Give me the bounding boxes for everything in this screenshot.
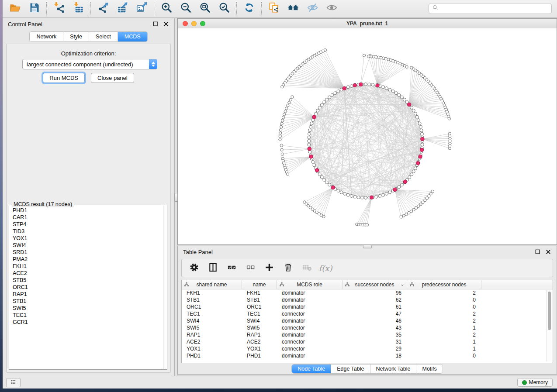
mcds-result-item[interactable]: GCR1 bbox=[10, 319, 163, 326]
export-table-button[interactable] bbox=[116, 3, 128, 15]
horizontal-splitter-handle[interactable] bbox=[363, 245, 372, 248]
column-header-predecessor-nodes[interactable]: predecessor nodes bbox=[407, 280, 481, 289]
sort-chevron-icon[interactable] bbox=[400, 282, 405, 287]
column-header-shared-name[interactable]: shared name bbox=[182, 280, 242, 289]
table-row[interactable]: TEC1TEC1connector472 bbox=[182, 310, 553, 317]
column-header-filler bbox=[481, 280, 553, 289]
mcds-result-item[interactable]: FKH1 bbox=[10, 263, 163, 270]
network-canvas[interactable] bbox=[178, 28, 557, 244]
show-panels-button[interactable] bbox=[6, 378, 21, 387]
mcds-result-item[interactable]: SWI5 bbox=[10, 305, 163, 312]
mcds-result-item[interactable]: RAP1 bbox=[10, 291, 163, 298]
table-row[interactable]: FKH1FKH1dominator962 bbox=[182, 289, 553, 296]
float-table-panel-icon[interactable] bbox=[535, 249, 541, 255]
search-input[interactable] bbox=[441, 5, 548, 12]
zoom-selected-button[interactable] bbox=[218, 3, 230, 15]
tab-node-table[interactable]: Node Table bbox=[292, 364, 331, 373]
zoom-out-button[interactable] bbox=[180, 3, 192, 15]
tab-motifs[interactable]: Motifs bbox=[416, 364, 442, 373]
cell-name: SWI4 bbox=[242, 317, 277, 324]
table-row[interactable]: ACE2ACE2connector311 bbox=[182, 338, 553, 345]
export-image-button[interactable] bbox=[135, 3, 148, 15]
close-window-icon[interactable] bbox=[183, 21, 188, 26]
select-all-columns-button[interactable] bbox=[226, 263, 237, 273]
zoom-in-button[interactable] bbox=[160, 3, 173, 15]
minimize-window-icon[interactable] bbox=[191, 21, 197, 26]
mcds-result-item[interactable]: ACE2 bbox=[10, 270, 163, 277]
close-table-panel-icon[interactable] bbox=[545, 249, 551, 255]
mcds-list-scrollbar[interactable] bbox=[163, 206, 166, 369]
list-icon bbox=[10, 379, 17, 387]
run-mcds-button[interactable]: Run MCDS bbox=[43, 73, 85, 83]
mcds-result-item[interactable]: PHD1 bbox=[10, 207, 163, 214]
memory-button[interactable]: Memory bbox=[517, 378, 553, 387]
hide-selected-button[interactable] bbox=[306, 3, 318, 15]
create-column-button[interactable] bbox=[264, 263, 274, 273]
network-window: YPA_prune.txt_1 bbox=[177, 18, 557, 245]
duplicate-network-button[interactable] bbox=[268, 3, 280, 15]
table-row[interactable]: RAP1RAP1dominator352 bbox=[182, 331, 553, 338]
tab-network[interactable]: Network bbox=[30, 32, 63, 41]
import-network-button[interactable] bbox=[53, 3, 65, 15]
import-table-button[interactable] bbox=[72, 3, 84, 15]
mcds-result-item[interactable]: STB5 bbox=[10, 277, 163, 284]
cell-predecessor-nodes: 0 bbox=[407, 352, 481, 359]
maximize-window-icon[interactable] bbox=[200, 21, 205, 26]
cell-shared-name: SWI4 bbox=[182, 317, 242, 324]
mcds-result-item[interactable]: TEC1 bbox=[10, 312, 163, 319]
float-panel-icon[interactable] bbox=[152, 21, 159, 27]
zoom-fit-button[interactable] bbox=[199, 3, 211, 15]
show-all-button[interactable] bbox=[325, 3, 338, 15]
apply-layout-button[interactable] bbox=[243, 3, 255, 15]
table-scrollbar[interactable] bbox=[547, 290, 552, 361]
cell-predecessor-nodes: 1 bbox=[407, 324, 481, 331]
search-box[interactable] bbox=[429, 3, 552, 14]
mcds-result-item[interactable]: ORC1 bbox=[10, 284, 163, 291]
eye-icon bbox=[326, 2, 338, 15]
table-row[interactable]: YOX1YOX1connector291 bbox=[182, 345, 553, 352]
criterion-select[interactable]: largest connected component (undirected) bbox=[22, 59, 157, 69]
mcds-result-title: MCDS result (17 nodes) bbox=[12, 201, 74, 207]
cell-predecessor-nodes: 2 bbox=[407, 289, 481, 296]
mcds-result-item[interactable]: CAR1 bbox=[10, 214, 163, 221]
column-header-MCDS-role[interactable]: MCDS role bbox=[277, 280, 343, 289]
close-panel-button[interactable]: Close panel bbox=[91, 73, 134, 83]
table-row[interactable]: PHD1PHD1dominator180 bbox=[182, 352, 553, 359]
column-header-successor-nodes[interactable]: successor nodes bbox=[343, 280, 407, 289]
mcds-result-item[interactable]: PMA2 bbox=[10, 256, 163, 263]
mcds-result-item[interactable]: SWI4 bbox=[10, 242, 163, 249]
column-settings-button[interactable] bbox=[189, 263, 199, 273]
column-type-icon bbox=[184, 282, 189, 287]
mcds-result-item[interactable]: STB1 bbox=[10, 298, 163, 305]
table-row[interactable]: STB1STB1dominator620 bbox=[182, 296, 553, 303]
delete-columns-button[interactable] bbox=[283, 263, 293, 273]
cell-predecessor-nodes: 2 bbox=[407, 331, 481, 338]
cell-shared-name: RAP1 bbox=[182, 331, 242, 338]
save-session-button[interactable] bbox=[28, 3, 40, 15]
column-header-name[interactable]: name bbox=[242, 280, 277, 289]
table-row[interactable]: SWI5SWI5connector431 bbox=[182, 324, 553, 331]
mcds-result-item[interactable]: YOX1 bbox=[10, 235, 163, 242]
open-file-button[interactable] bbox=[9, 3, 21, 15]
optimization-criterion-label: Optimization criterion: bbox=[7, 50, 170, 57]
first-neighbors-button[interactable] bbox=[287, 3, 299, 15]
tab-style[interactable]: Style bbox=[63, 32, 89, 41]
table-row[interactable]: ORC1ORC1dominator610 bbox=[182, 303, 553, 310]
mcds-result-item[interactable]: TID3 bbox=[10, 228, 163, 235]
show-columns-button[interactable] bbox=[208, 263, 218, 273]
tab-edge-table[interactable]: Edge Table bbox=[331, 364, 370, 373]
table-scrollbar-thumb[interactable] bbox=[548, 292, 551, 330]
export-network-button[interactable] bbox=[97, 3, 109, 15]
network-graph[interactable] bbox=[178, 28, 557, 244]
unselect-all-columns-button[interactable] bbox=[245, 263, 256, 273]
check-boxes-icon bbox=[227, 262, 237, 274]
tab-select[interactable]: Select bbox=[89, 32, 118, 41]
function-icon: f(x) bbox=[319, 264, 332, 273]
tab-network-table[interactable]: Network Table bbox=[370, 364, 417, 373]
mcds-result-item[interactable]: SRD1 bbox=[10, 249, 163, 256]
close-panel-icon[interactable] bbox=[163, 21, 169, 27]
cell-successor-nodes: 62 bbox=[343, 296, 407, 303]
tab-mcds[interactable]: MCDS bbox=[118, 32, 147, 41]
mcds-result-item[interactable]: STP4 bbox=[10, 221, 163, 228]
table-row[interactable]: SWI4SWI4dominator462 bbox=[182, 317, 553, 324]
